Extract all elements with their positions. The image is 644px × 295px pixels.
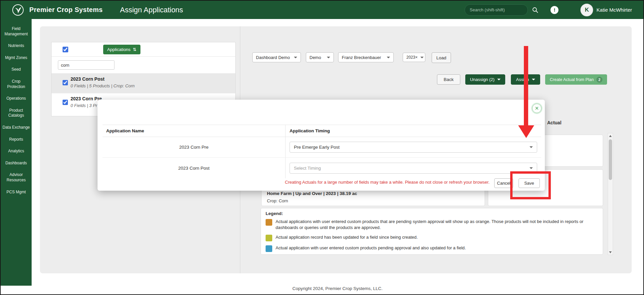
sidebar-item-reports[interactable]: Reports xyxy=(1,134,32,146)
list-search-input[interactable] xyxy=(58,60,114,70)
timing-select-placeholder: Select Timing xyxy=(294,166,321,171)
column-application-timing: Application Timing xyxy=(285,125,541,137)
sidebar-item-analytics[interactable]: Analytics xyxy=(1,145,32,157)
scroll-up-icon[interactable] xyxy=(608,133,613,138)
year-select-value: 2023× xyxy=(406,55,418,60)
list-search-row xyxy=(52,57,235,74)
brand-logo-icon xyxy=(12,4,24,16)
chevron-down-icon xyxy=(532,79,535,80)
application-name-cell: 2023 Corn Post xyxy=(103,158,285,178)
unassign-button[interactable]: Unassign (2) xyxy=(465,74,505,85)
sidebar-item-advisor-resources[interactable]: Advisor Resources xyxy=(1,169,32,186)
field-info-line: Home Farm | Up and Over | 2023 | 38.19 a… xyxy=(267,191,357,196)
dashboard-select-value: Dashboard Demo xyxy=(256,55,290,60)
back-button[interactable]: Back xyxy=(437,74,460,85)
list-item-subtitle: 0 Fields | 3 Pr xyxy=(71,103,97,108)
chevron-down-icon xyxy=(497,79,501,80)
advisor-select-value: Franz Breckenbauer xyxy=(342,55,381,60)
legend-item-text: Actual application record has been updat… xyxy=(276,234,418,240)
global-search[interactable] xyxy=(465,4,528,16)
list-item-title: 2023 Corn Post xyxy=(71,76,105,82)
search-icon[interactable] xyxy=(532,7,538,13)
alert-icon[interactable]: ! xyxy=(550,6,558,14)
modal-warning-text: Creating Actuals for a large number of f… xyxy=(98,180,490,185)
year-select[interactable]: 2023× xyxy=(403,53,425,62)
user-name: Katie McWhirter xyxy=(596,7,632,13)
crop-info-line: Crop: Corn xyxy=(267,198,288,203)
legend-item: Actual application with user entered cus… xyxy=(266,245,598,252)
actual-column-label: Actual xyxy=(547,120,561,125)
app-window: Premier Crop Systems Assign Applications… xyxy=(0,0,644,295)
dashboard-select[interactable]: Dashboard Demo xyxy=(252,52,301,62)
list-header-row: Applications ⇅ xyxy=(52,42,235,57)
application-name-cell: 2023 Corn Pre xyxy=(103,137,285,157)
sidebar-item-pcs-mgmt[interactable]: PCS Mgmt xyxy=(1,186,32,198)
timing-select-value: Pre Emerge Early Post xyxy=(294,145,339,150)
column-application-name: Application Name xyxy=(103,128,285,133)
chevron-down-icon xyxy=(420,57,424,58)
list-item-subtitle: 0 Fields | 5 Products | Crop: Corn xyxy=(71,83,134,88)
list-item-checkbox[interactable] xyxy=(63,80,68,85)
select-all-checkbox[interactable] xyxy=(63,47,68,52)
sidebar-item-mgmt-zones[interactable]: Mgmt Zones xyxy=(1,52,32,64)
demo-select[interactable]: Demo xyxy=(306,52,334,62)
sort-icon: ⇅ xyxy=(133,47,136,52)
chevron-down-icon xyxy=(294,57,297,58)
sidebar-item-dashboards[interactable]: Dashboards xyxy=(1,157,32,169)
list-item[interactable]: 2023 Corn Post 0 Fields | 5 Products | C… xyxy=(52,74,235,93)
global-search-input[interactable] xyxy=(465,7,528,12)
timing-table-row: 2023 Corn Pre Pre Emerge Early Post xyxy=(103,137,541,158)
type-select-label: Applications xyxy=(107,47,130,52)
create-actual-label: Create Actual from Plan xyxy=(550,77,594,82)
unassign-label: Unassign (2) xyxy=(470,77,495,82)
legend-panel: Legend: Actual applications with user en… xyxy=(261,208,603,255)
create-actual-button[interactable]: Create Actual from Plan 2 xyxy=(545,74,607,85)
legend-blue-swatch xyxy=(266,245,272,252)
list-item-checkbox[interactable] xyxy=(63,100,68,105)
timing-select[interactable]: Pre Emerge Early Post xyxy=(290,142,537,153)
scrollbar-thumb[interactable] xyxy=(609,139,612,180)
legend-title: Legend: xyxy=(266,211,598,216)
legend-item: Actual applications with user entered cu… xyxy=(266,219,598,231)
legend-item: Actual application record has been updat… xyxy=(266,234,598,241)
application-timing-cell: Pre Emerge Early Post xyxy=(285,137,541,157)
page-title: Assign Applications xyxy=(120,6,183,14)
top-header: Premier Crop Systems Assign Applications… xyxy=(1,1,643,19)
timing-select[interactable]: Select Timing xyxy=(290,163,537,174)
user-avatar[interactable]: K xyxy=(580,4,593,16)
advisor-select[interactable]: Franz Breckenbauer xyxy=(338,52,394,62)
create-actual-count-badge: 2 xyxy=(596,77,602,83)
chevron-down-icon xyxy=(530,167,533,169)
sidebar-item-nutrients[interactable]: Nutrients xyxy=(1,40,32,52)
annotation-arrow-shaft xyxy=(524,46,528,126)
sidebar-item-data-exchange[interactable]: Data Exchange xyxy=(1,122,32,134)
chevron-down-icon xyxy=(530,146,533,148)
timing-table-header: Application Name Application Timing xyxy=(103,125,541,137)
legend-item-text: Actual applications with user entered cu… xyxy=(276,219,592,231)
chevron-down-icon xyxy=(387,57,390,58)
vertical-scrollbar[interactable] xyxy=(608,133,613,255)
copyright-footer: Copyright 2024, Premier Crop Systems, LL… xyxy=(32,286,643,291)
legend-yellow-swatch xyxy=(266,235,272,241)
legend-orange-swatch xyxy=(266,219,272,226)
brand-name: Premier Crop Systems xyxy=(29,6,103,14)
annotation-arrow-head xyxy=(518,125,534,138)
sidebar-item-product-catalogs[interactable]: Product Catalogs xyxy=(1,105,32,122)
list-item-title: 2023 Corn Pre xyxy=(71,96,102,101)
timing-table: Application Name Application Timing 2023… xyxy=(103,125,541,178)
annotation-highlight-rect xyxy=(510,171,551,199)
load-button[interactable]: Load xyxy=(432,52,451,63)
application-timing-cell: Select Timing xyxy=(285,158,541,178)
type-select-button[interactable]: Applications ⇅ xyxy=(103,45,140,54)
close-icon[interactable]: ✕ xyxy=(532,104,541,113)
sidebar-item-operations[interactable]: Operations xyxy=(1,93,32,105)
sidebar-item-field-management[interactable]: Field Management xyxy=(1,23,32,40)
demo-select-value: Demo xyxy=(310,55,321,60)
sidebar-item-crop-protection[interactable]: Crop Protection xyxy=(1,76,32,93)
sidebar-item-seed[interactable]: Seed xyxy=(1,64,32,76)
scroll-down-icon[interactable] xyxy=(608,250,613,255)
timing-table-row: 2023 Corn Post Select Timing xyxy=(103,158,541,178)
sidebar-nav: Field Management Nutrients Mgmt Zones Se… xyxy=(1,19,32,286)
legend-item-text: Actual application with user entered cus… xyxy=(276,245,466,251)
chevron-down-icon xyxy=(327,57,330,58)
